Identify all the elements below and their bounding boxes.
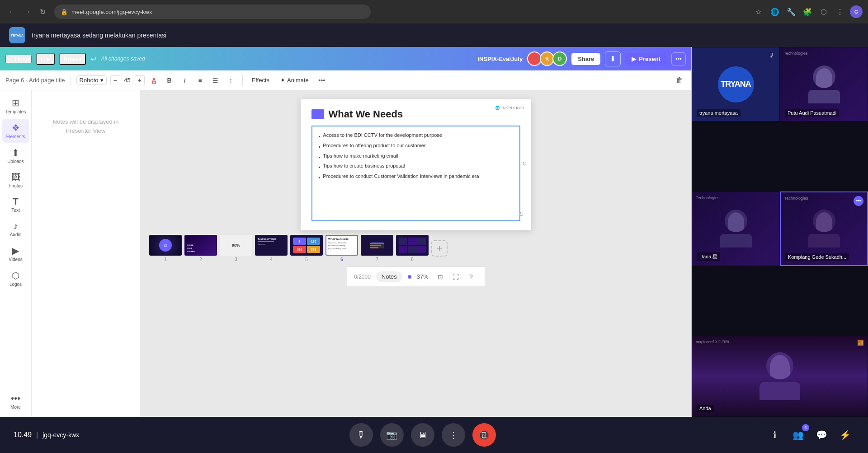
refresh-icon[interactable]: ↻	[519, 210, 524, 218]
sidebar-item-logos[interactable]: ⬡ Logos	[2, 266, 29, 290]
three-dots-menu[interactable]: ⋮	[834, 5, 846, 18]
file-menu-button[interactable]: File	[36, 53, 55, 65]
canva-left-sidebar: ⊞ Templates ❖ Elements ⬆ Uploads 🖼 Photo…	[0, 90, 32, 417]
sidebar-item-templates[interactable]: ⊞ Templates	[2, 94, 29, 118]
meet-notification-bar: TRYANA tryana mertayasa sedang melakukan…	[0, 23, 868, 47]
font-size-decrease[interactable]: −	[110, 75, 120, 85]
dropdown-arrow: ▾	[100, 77, 104, 84]
chrome-browser-bar: ← → ↻ 🔒 meet.google.com/jgq-evcy-kwx ☆ 🌐…	[0, 0, 868, 23]
toggle-camera-button[interactable]: 📷	[380, 423, 404, 447]
star-icon[interactable]: ☆	[752, 5, 765, 18]
extension-icon1[interactable]: 🌐	[769, 5, 781, 18]
meet-action-buttons: 🎙 📷 🖥 ⋮ 📵	[349, 423, 496, 447]
participant-count-badge: 6	[802, 424, 809, 431]
meeting-info-button[interactable]: ℹ	[766, 426, 784, 444]
list-button[interactable]: ☰	[210, 75, 222, 86]
kompiang-badge[interactable]: •••	[854, 196, 863, 206]
more-options-meet-button[interactable]: ⋮	[442, 423, 465, 447]
participant-name-dana: Dana 星	[697, 252, 720, 261]
slide-thumb-7[interactable]: 7	[361, 235, 393, 262]
templates-icon: ⊞	[12, 98, 19, 108]
progress-dot	[408, 275, 411, 279]
refresh-icon-2[interactable]: ↻	[522, 161, 527, 167]
slide-thumb-4[interactable]: Business Project Summary 4	[255, 235, 288, 262]
back-button[interactable]: ←	[5, 5, 18, 18]
animate-button[interactable]: ✦ Animate	[277, 75, 312, 85]
chrome-profile-avatar[interactable]: G	[850, 5, 863, 18]
slide-thumb-8[interactable]: 8	[396, 235, 429, 262]
dana-corner-label: Technologies	[696, 196, 720, 200]
save-status: All changes saved	[101, 56, 145, 62]
share-screen-button[interactable]: 🖥	[411, 423, 434, 447]
sidebar-item-audio[interactable]: ♪ Audio	[2, 217, 29, 241]
present-button[interactable]: ▶ Present	[625, 53, 667, 65]
italic-button[interactable]: I	[179, 75, 191, 86]
participant-putu-cell: Technologies Putu Audi Pasuatmadi	[780, 47, 868, 121]
undo-icon[interactable]: ↩	[90, 55, 96, 63]
chat-button[interactable]: 💬	[813, 426, 831, 444]
more-format-button[interactable]: •••	[316, 75, 328, 86]
slide-thumb-3[interactable]: 90% 3	[220, 235, 252, 262]
extension-icon3[interactable]: 🧩	[801, 5, 814, 18]
sidebar-item-elements[interactable]: ❖ Elements	[2, 119, 29, 143]
main-area: ← Home File Resize ↩ All changes saved I…	[0, 47, 868, 417]
delete-element-button[interactable]: 🗑	[673, 74, 686, 87]
slide-canvas[interactable]: What We Needs 🌐 INSPIX.tech • Access to …	[301, 99, 531, 230]
extension-icon2[interactable]: 🔧	[785, 5, 797, 18]
notes-tab-button[interactable]: Notes	[376, 271, 402, 282]
address-bar[interactable]: 🔒 meet.google.com/jgq-evcy-kwx	[54, 5, 371, 19]
sidebar-item-videos[interactable]: ▶ Videos	[2, 242, 29, 266]
chrome-toolbar-icons: ☆ 🌐 🔧 🧩 ⬡ ⋮ G	[752, 5, 863, 18]
url-text: meet.google.com/jgq-evcy-kwx	[71, 9, 152, 15]
project-brand-label: INSPIX-EvalJuly	[477, 56, 523, 62]
collaborator-avatars: K D	[527, 51, 567, 66]
font-family-selector[interactable]: Roboto ▾	[76, 75, 107, 85]
slide-bullet-4: • Tips how to create business proposal	[319, 162, 513, 172]
audio-icon: ♪	[14, 221, 18, 231]
text-color-button[interactable]: A	[148, 75, 160, 86]
slide-thumb-2[interactable]: ■ ■■■■ ■■■ ■■■■ 2	[184, 235, 217, 262]
spacing-button[interactable]: ↕	[225, 75, 237, 86]
photos-icon: 🖼	[11, 172, 20, 182]
share-button[interactable]: Share	[571, 53, 600, 65]
help-button[interactable]: ?	[465, 271, 477, 283]
align-button[interactable]: ≡	[194, 75, 206, 86]
activities-button[interactable]: ⚡	[836, 426, 854, 444]
page-title[interactable]: Page 6 - Add page title	[5, 77, 65, 84]
bold-button[interactable]: B	[164, 75, 175, 86]
more-options-button[interactable]: •••	[671, 52, 686, 65]
back-to-home-button[interactable]: ← Home	[5, 55, 32, 63]
slide-thumb-1[interactable]: @ 1	[149, 235, 182, 262]
end-call-button[interactable]: 📵	[472, 423, 496, 447]
fit-to-screen-button[interactable]: ⊡	[434, 271, 447, 283]
zoom-controls: ⊡ ⛶ ?	[434, 271, 477, 283]
resize-button[interactable]: Resize	[59, 53, 86, 65]
slide-thumb-6[interactable]: What We Needs • Access to BDI CCTV• Proc…	[326, 235, 358, 262]
participant-name-tryana: tryana mertayasa	[697, 109, 741, 117]
slide-logo: 🌐 INSPIX.tech	[495, 106, 524, 110]
download-button[interactable]: ⬇	[605, 51, 621, 66]
chrome-nav-buttons: ← → ↻	[5, 5, 49, 18]
effects-button[interactable]: Effects	[248, 75, 274, 85]
extension-icon4[interactable]: ⬡	[817, 5, 830, 18]
logos-icon: ⬡	[12, 270, 19, 281]
tryana-logo: TRYANA	[9, 27, 25, 43]
notification-text: tryana mertayasa sedang melakukan presen…	[32, 32, 166, 39]
sidebar-item-photos[interactable]: 🖼 Photos	[2, 168, 29, 192]
elements-icon: ❖	[12, 122, 20, 133]
slide-thumb-5[interactable]: 2 120 520 373 5	[290, 235, 323, 262]
add-slide-button[interactable]: +	[431, 240, 448, 257]
sidebar-item-uploads[interactable]: ⬆ Uploads	[2, 144, 29, 168]
font-size-value[interactable]: 45	[122, 77, 133, 84]
font-size-increase[interactable]: +	[135, 75, 145, 85]
mute-mic-button[interactable]: 🎙	[349, 423, 373, 447]
people-button[interactable]: 👥 6	[789, 426, 807, 444]
forward-button[interactable]: →	[21, 5, 33, 18]
sidebar-item-text[interactable]: T Text	[2, 193, 29, 216]
font-size-control: − 45 +	[110, 75, 145, 85]
reload-button[interactable]: ↻	[36, 5, 49, 18]
fullscreen-button[interactable]: ⛶	[449, 271, 462, 283]
participant-name-putu: Putu Audi Pasuatmadi	[785, 109, 839, 117]
slide-content-box[interactable]: • Access to the BDI CCTV for the develop…	[311, 126, 520, 221]
sidebar-item-more[interactable]: ••• More	[2, 390, 29, 413]
